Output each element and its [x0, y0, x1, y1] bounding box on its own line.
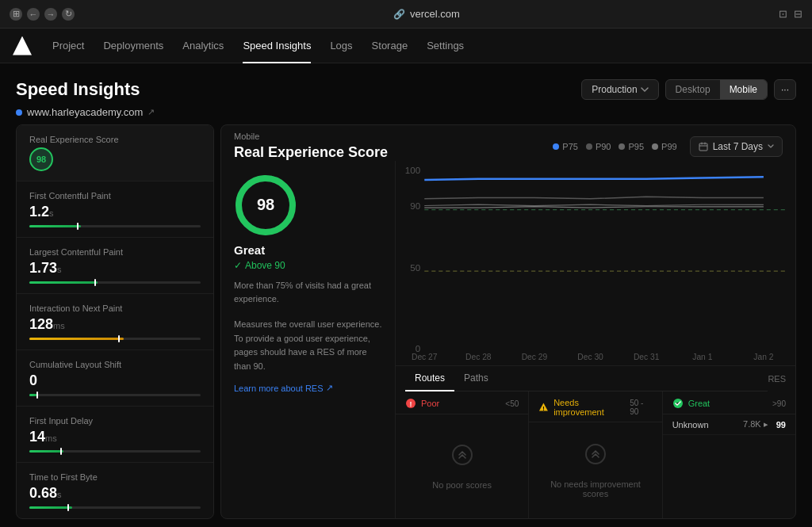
no-poor-text: No poor scores: [432, 480, 492, 490]
top-nav: Project Deployments Analytics Speed Insi…: [0, 29, 812, 63]
routes-tabs: Routes Paths: [405, 366, 768, 391]
metric-inp-value: 128ms: [29, 316, 201, 333]
nav-speed-insights[interactable]: Speed Insights: [233, 29, 320, 63]
no-poor-icon: [451, 444, 473, 471]
view-toggle: Desktop Mobile: [665, 79, 768, 100]
link-icon: 🔗: [393, 9, 405, 20]
date-chevron-icon: [768, 144, 774, 148]
metric-fid[interactable]: First Input Delay 14ms: [17, 407, 213, 463]
svg-text:Dec 29: Dec 29: [522, 353, 548, 362]
svg-text:100: 100: [405, 166, 420, 176]
url-bar: 🔗 vercel.com: [81, 8, 772, 20]
legend-p99-label: P99: [661, 142, 677, 151]
poor-range: <50: [505, 399, 519, 408]
score-grade: Great: [234, 243, 382, 257]
legend-p90-label: P90: [596, 142, 611, 151]
legend-p75-dot: [553, 143, 559, 150]
svg-text:Jan 1: Jan 1: [692, 353, 712, 362]
svg-text:50: 50: [410, 263, 420, 273]
legend-p99-dot: [652, 143, 658, 150]
great-header: Great >90: [663, 391, 795, 414]
poor-col: ! Poor <50 No poor scores: [396, 391, 529, 518]
nav-deployments[interactable]: Deployments: [94, 29, 173, 63]
svg-text:!: !: [410, 400, 412, 408]
nav-storage[interactable]: Storage: [362, 29, 418, 63]
metric-inp[interactable]: Interaction to Next Paint 128ms: [17, 294, 213, 350]
date-range-btn[interactable]: Last 7 Days: [690, 136, 783, 157]
tab-paths[interactable]: Paths: [454, 366, 498, 391]
external-link-icon: ↗: [147, 107, 155, 117]
above-label: Above 90: [245, 260, 285, 271]
measure-desc: Measures the overall user experience. To…: [234, 318, 382, 373]
metric-lcp-label: Largest Contentful Paint: [29, 247, 201, 257]
routes-section: Routes Paths RES: [396, 365, 795, 518]
detail-panel: Mobile Real Experience Score P75 P90 P95: [220, 124, 796, 519]
browser-controls: ⊞ ← → ↻: [10, 8, 75, 21]
legend-p90[interactable]: P90: [586, 142, 611, 151]
metric-lcp[interactable]: Largest Contentful Paint 1.73s: [17, 238, 213, 294]
metric-ttfb[interactable]: Time to First Byte 0.68s: [17, 463, 213, 518]
detail-body: 98 Great ✓ Above 90 More than 75% of vis…: [221, 161, 795, 518]
mobile-view-btn[interactable]: Mobile: [720, 80, 767, 99]
metrics-sidebar: Real Experience Score 98 First Contentfu…: [16, 124, 214, 519]
svg-text:Dec 28: Dec 28: [465, 353, 492, 362]
learn-link[interactable]: Learn more about RES ↗: [234, 383, 382, 393]
browser-icon-1: ⊡: [779, 8, 787, 20]
nav-analytics[interactable]: Analytics: [173, 29, 233, 63]
score-columns: ! Poor <50 No poor scores: [396, 391, 795, 518]
metric-fcp[interactable]: First Contentful Paint 1.2s: [17, 181, 213, 238]
url-row: www.harleyacademy.com ↗: [0, 100, 812, 124]
svg-text:90: 90: [410, 202, 420, 212]
no-needs-icon: [584, 443, 607, 470]
metric-lcp-bar-container: [29, 281, 201, 284]
nav-logs[interactable]: Logs: [320, 29, 362, 63]
route-unknown[interactable]: Unknown 7.8K ▸ 99: [663, 414, 795, 435]
legend-p99[interactable]: P99: [652, 142, 677, 151]
more-options-btn[interactable]: ···: [774, 79, 796, 100]
route-unknown-count: 7.8K ▸: [743, 419, 768, 430]
metric-inp-indicator: [118, 335, 120, 342]
page-header: Speed Insights Production Desktop Mobile…: [0, 63, 812, 100]
legend-p75[interactable]: P75: [553, 142, 578, 151]
back-btn[interactable]: ←: [27, 8, 40, 21]
metric-inp-label: Interaction to Next Paint: [29, 304, 201, 313]
tab-routes[interactable]: Routes: [405, 366, 454, 391]
svg-text:98: 98: [257, 196, 274, 213]
score-donut: 98: [234, 174, 297, 237]
forward-btn[interactable]: →: [44, 8, 57, 21]
chart-legend: P75 P90 P95 P99: [553, 142, 676, 151]
detail-top-row: Mobile Real Experience Score P75 P90 P95: [221, 125, 795, 161]
metric-fid-label: First Input Delay: [29, 416, 201, 426]
env-selector[interactable]: Production: [581, 79, 658, 100]
score-sublabel: ✓ Above 90: [234, 260, 382, 271]
metric-cls-value: 0: [29, 372, 201, 389]
check-icon: ✓: [234, 260, 242, 271]
metric-ttfb-bar-container: [29, 506, 201, 509]
vercel-logo: [13, 36, 32, 55]
metric-lcp-bar: [29, 281, 98, 284]
metric-fid-value: 14ms: [29, 429, 201, 445]
page-content: Speed Insights Production Desktop Mobile…: [0, 63, 812, 527]
nav-project[interactable]: Project: [43, 29, 94, 63]
metric-lcp-value: 1.73s: [29, 260, 201, 277]
main-content: Real Experience Score 98 First Contentfu…: [16, 124, 796, 519]
metric-fcp-bar-container: [29, 225, 201, 227]
route-unknown-score: 99: [776, 420, 786, 430]
score-donut-svg: 98: [234, 174, 297, 237]
metric-res[interactable]: Real Experience Score 98: [17, 125, 213, 181]
svg-text:Dec 31: Dec 31: [634, 353, 660, 362]
desktop-view-btn[interactable]: Desktop: [666, 80, 720, 99]
metric-fid-bar-container: [29, 450, 201, 453]
nav-settings[interactable]: Settings: [417, 29, 473, 63]
route-unknown-name: Unknown: [672, 420, 743, 430]
needs-improvement-icon: !: [538, 402, 549, 413]
legend-p95[interactable]: P95: [619, 142, 644, 151]
page-title: Speed Insights: [16, 79, 140, 100]
sidebar-toggle-btn[interactable]: ⊞: [10, 8, 22, 21]
routes-tabs-row: Routes Paths RES: [396, 366, 795, 391]
chevron-down-icon: [641, 86, 649, 94]
browser-right-controls: ⊡ ⊟: [779, 8, 802, 20]
metric-ttfb-bar: [29, 506, 72, 509]
metric-cls[interactable]: Cumulative Layout Shift 0: [17, 350, 213, 407]
refresh-btn[interactable]: ↻: [62, 8, 75, 21]
